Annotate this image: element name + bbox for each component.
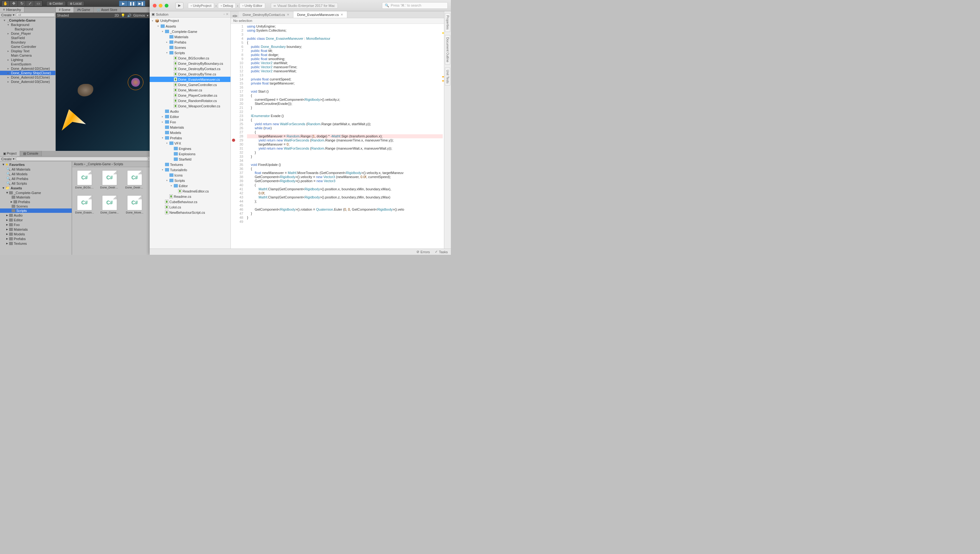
project-tab[interactable]: ▤ Console [20, 151, 41, 156]
hand-tool[interactable]: ✋ [2, 1, 10, 6]
asset-grid-item[interactable]: C#Done_BGScro... [75, 170, 94, 189]
errors-status[interactable]: ⊘ Errors [416, 250, 430, 254]
solution-item[interactable]: Materials [150, 34, 230, 40]
code-line[interactable] [247, 86, 443, 89]
project-tree-item[interactable]: ▸ Prefabs [0, 199, 72, 204]
rotate-tool[interactable]: ↻ [18, 1, 26, 6]
code-line[interactable]: private float targetManeuver; [247, 81, 443, 86]
move-tool[interactable]: ✥ [10, 1, 18, 6]
code-line[interactable]: } [247, 216, 443, 220]
space-toggle[interactable]: ⊕ Local [67, 1, 84, 6]
create-dropdown[interactable]: Create [1, 13, 11, 17]
code-line[interactable]: float newManeuver = Mathf.MoveTowards (G… [247, 171, 443, 175]
vs-breadcrumb-item[interactable]: ▫ UnityProject [188, 3, 214, 8]
solution-item[interactable]: ▾ Scripts [150, 50, 230, 56]
solution-item[interactable]: ▾ Editor [150, 183, 230, 188]
code-line[interactable]: Mathf.Clamp(GetComponent<Rigidbody>().po… [247, 195, 443, 199]
gizmos-toggle[interactable]: Gizmos [133, 13, 145, 17]
code-line[interactable]: yield return new WaitForSeconds (Random.… [247, 138, 443, 142]
vs-breadcrumb-item[interactable]: ▫ Debug [218, 3, 236, 8]
solution-item[interactable]: ▸ Prefabs [150, 40, 230, 45]
solution-root[interactable]: ▾📦 UnityProject [150, 18, 230, 24]
code-line[interactable]: void FixedUpdate () [247, 163, 443, 167]
code-line[interactable]: public float dodge; [247, 53, 443, 57]
code-line[interactable] [247, 159, 443, 163]
solution-item[interactable]: ▸ Foo [150, 119, 230, 124]
hierarchy-item[interactable]: ▸Done_Enemy Ship(Clone) [0, 71, 56, 75]
side-rail-tab[interactable]: Properties [445, 13, 450, 32]
project-tree-item[interactable]: Scripts [0, 209, 72, 213]
solution-item[interactable]: ▾ _Complete-Game [150, 29, 230, 34]
nav-back[interactable]: ◀ [232, 14, 234, 18]
code-line[interactable]: while (true) [247, 126, 443, 130]
tasks-status[interactable]: ✓ Tasks [435, 250, 448, 254]
warning-marker[interactable] [442, 33, 444, 33]
hierarchy-item[interactable]: ▸Lighting [0, 57, 56, 62]
solution-item[interactable]: Done_DestroyByTime.cs [150, 72, 230, 77]
code-line[interactable]: using System.Collections; [247, 29, 443, 33]
solution-item[interactable]: Materials [150, 124, 230, 130]
solution-item[interactable]: Readme.cs [150, 194, 230, 199]
code-line[interactable]: ( [247, 183, 443, 187]
favorite-item[interactable]: 🔍 All Materials [0, 167, 72, 172]
nav-fwd[interactable]: ▶ [235, 14, 237, 18]
code-line[interactable]: } [247, 212, 443, 216]
breakpoint-icon[interactable] [232, 138, 235, 142]
window-maximize[interactable] [165, 4, 169, 8]
solution-item[interactable]: Starfield [150, 156, 230, 162]
solution-item[interactable]: ▾ Scripts [150, 178, 230, 183]
vs-breadcrumb-item[interactable]: ▫ Unity Editor [239, 3, 265, 8]
assets-header[interactable]: ▾ 📁 Assets [0, 186, 72, 190]
code-line[interactable]: public float tilt; [247, 49, 443, 53]
solution-item[interactable]: Done_DestroyByBoundary.cs [150, 61, 230, 66]
solution-item[interactable]: CubeBehaviour.cs [150, 199, 230, 204]
tab-close-icon[interactable]: × [341, 12, 343, 17]
code-line[interactable]: { [247, 41, 443, 45]
rect-tool[interactable]: ▭ [34, 1, 42, 6]
code-line[interactable]: } [247, 151, 443, 154]
solution-item[interactable]: Scenes [150, 45, 230, 50]
project-tree-item[interactable]: ▸ Models [0, 232, 72, 236]
code-line[interactable]: } [247, 154, 443, 159]
scene-tab[interactable]: 🎮 Game [74, 7, 94, 13]
code-line[interactable]: currentSpeed = GetComponent<Rigidbody>()… [247, 98, 443, 102]
hierarchy-item[interactable]: Game Controller [0, 45, 56, 49]
solution-item[interactable]: Done_BGScroller.cs [150, 56, 230, 61]
code-line[interactable]: yield return new WaitForSeconds (Random.… [247, 146, 443, 151]
code-line[interactable]: yield return new WaitForSeconds (Random.… [247, 122, 443, 126]
solution-item[interactable]: ▾ TutorialInfo [150, 167, 230, 172]
asset-grid-item[interactable]: C#Done_Destro... [125, 170, 144, 189]
solution-item[interactable]: Explosions [150, 151, 230, 156]
project-tree-item[interactable]: ▸ Editor [0, 218, 72, 222]
favorites-header[interactable]: ▾ ★ Favorites [0, 162, 72, 167]
asset-grid-item[interactable]: C#Done_Move... [125, 195, 144, 214]
selection-bar[interactable]: No selection [231, 18, 444, 24]
player-ship-object[interactable] [57, 106, 86, 131]
scene-tab[interactable]: 🛒 Asset Store [94, 7, 121, 13]
code-line[interactable]: ); [247, 199, 443, 204]
project-tree-item[interactable]: ▸ Prefabs [0, 236, 72, 241]
favorite-item[interactable]: 🔍 All Models [0, 172, 72, 176]
solution-item[interactable]: ReadmeEditor.cs [150, 188, 230, 194]
code-line[interactable]: targetManeuver = 0; [247, 142, 443, 146]
project-tree-item[interactable]: Materials [0, 195, 72, 199]
solution-item[interactable]: Done_GameController.cs [150, 82, 230, 88]
solution-item[interactable]: Done_WeaponController.cs [150, 103, 230, 108]
solution-options[interactable]: ▫ ✕ [223, 12, 229, 16]
code-line[interactable]: using UnityEngine; [247, 24, 443, 29]
asset-grid-item[interactable]: C#Done_Evasiv... [75, 195, 94, 214]
solution-item[interactable]: Icons [150, 172, 230, 178]
project-breadcrumb[interactable]: Assets › _Complete-Game › Scripts [72, 161, 150, 167]
pause-button[interactable]: ❚❚ [128, 1, 137, 6]
enemy-ship-gizmo[interactable] [128, 75, 143, 90]
vs-search[interactable]: 🔍 Press '⌘.' to search [382, 2, 448, 9]
hierarchy-item[interactable]: EventSystem [0, 62, 56, 66]
solution-item[interactable]: NewBehaviourScript.cs [150, 210, 230, 215]
window-close[interactable] [153, 4, 156, 8]
code-line[interactable]: GetComponent<Rigidbody>().velocity = new… [247, 175, 443, 179]
hierarchy-item[interactable]: ▸Done_Asteroid 01(Clone) [0, 75, 56, 80]
code-line[interactable]: { [247, 118, 443, 122]
code-line[interactable]: StartCoroutine(Evade()); [247, 102, 443, 106]
code-line[interactable]: public float smoothing; [247, 57, 443, 61]
favorite-item[interactable]: 🔍 All Scripts [0, 181, 72, 186]
